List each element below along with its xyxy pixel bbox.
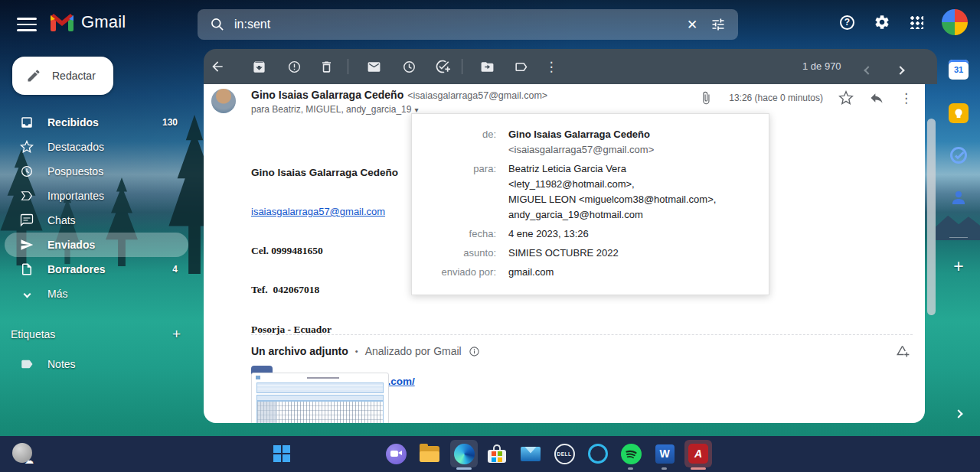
microsoft-store-icon[interactable]: [483, 440, 511, 467]
snooze-icon[interactable]: [401, 59, 416, 74]
sidebar-item-label: Borradores: [47, 263, 105, 275]
search-filter-icon[interactable]: [709, 15, 727, 34]
para-line4: andy_garcia_19@hotmail.com: [508, 209, 643, 220]
mail-app-icon[interactable]: [517, 440, 544, 467]
signature-email-link[interactable]: isaiasgalarraga57@gmail.com: [251, 206, 415, 217]
sidebar-item-importantes[interactable]: Importantes: [5, 184, 188, 208]
teams-chat-icon[interactable]: [382, 440, 410, 467]
attachment-doc-header-table: [256, 382, 384, 393]
attachment-doc-title: [252, 373, 388, 382]
edge-browser-icon[interactable]: [450, 440, 478, 467]
create-label-icon[interactable]: +: [172, 326, 185, 343]
sidebar-label-notes[interactable]: Notes: [5, 352, 188, 376]
archive-icon[interactable]: [251, 59, 266, 74]
sidebar-item-borradores[interactable]: Borradores 4: [5, 257, 188, 282]
sidebar-item-label: Chats: [47, 214, 76, 226]
scrollbar-thumb[interactable]: [927, 119, 936, 315]
search-input[interactable]: [234, 18, 675, 31]
spotify-icon[interactable]: [617, 440, 645, 467]
star-message-icon[interactable]: [838, 90, 854, 106]
acrobat-letter: A: [688, 444, 708, 464]
label-icon[interactable]: [513, 59, 528, 74]
add-all-to-drive-icon[interactable]: [895, 343, 911, 360]
more-options-icon[interactable]: ⋮: [544, 59, 559, 74]
show-details-icon[interactable]: ▾: [414, 106, 418, 114]
attachment-paperclip-icon: [698, 90, 714, 106]
move-to-icon[interactable]: [479, 59, 495, 74]
contacts-icon[interactable]: [949, 187, 969, 207]
spotify-running-indicator: [628, 467, 633, 470]
recipients-summary: para Beatriz, MIGUEL, andy_garcia_19: [251, 104, 411, 115]
back-icon[interactable]: [210, 59, 225, 74]
side-panel-divider: [949, 237, 968, 238]
compose-button[interactable]: Redactar: [12, 57, 113, 95]
info-icon[interactable]: [469, 346, 480, 357]
alexa-app-icon[interactable]: [584, 440, 612, 467]
scanned-label: Analizado por Gmail: [365, 345, 462, 357]
sidebar-item-label: Enviados: [47, 239, 95, 251]
report-spam-icon[interactable]: [286, 59, 302, 74]
main-menu-icon[interactable]: [17, 18, 37, 31]
para-line2: <lety_11982@hotmail.com>,: [508, 178, 635, 190]
attachment-doc-grid: [256, 401, 384, 423]
attachment-thumbnail[interactable]: [251, 373, 389, 423]
keep-icon[interactable]: [949, 103, 969, 123]
sidebar-item-pospuestos[interactable]: Pospuestos: [5, 159, 188, 184]
clear-search-icon[interactable]: ✕: [683, 15, 701, 34]
search-icon[interactable]: [208, 15, 227, 34]
sender-avatar[interactable]: [211, 89, 236, 113]
reply-icon[interactable]: [869, 90, 884, 106]
sidebar-item-label: Pospuestos: [47, 165, 103, 177]
message-more-icon[interactable]: ⋮: [900, 92, 913, 105]
help-icon[interactable]: ?: [840, 15, 854, 30]
widgets-weather-icon[interactable]: [12, 443, 32, 463]
gmail-m-icon: [51, 14, 74, 31]
newer-email-icon[interactable]: [865, 63, 871, 76]
sidebar-item-recibidos[interactable]: Recibidos 130: [5, 110, 188, 135]
details-row-de: de: Gino Isaias Galarraga Cedeño <isaias…: [426, 127, 755, 158]
labels-header-label: Etiquetas: [11, 328, 55, 340]
gmail-logo[interactable]: Gmail: [51, 12, 126, 32]
signature-cel: Cel. 0999481650: [251, 245, 415, 257]
sidebar-item-chats[interactable]: Chats: [5, 208, 188, 233]
word-icon[interactable]: W: [651, 440, 678, 467]
settings-gear-icon[interactable]: [873, 13, 891, 31]
account-avatar[interactable]: [942, 9, 968, 35]
word-running-indicator: [662, 467, 667, 470]
attachments-header: Un archivo adjunto • Analizado por Gmail: [251, 345, 480, 357]
sidebar-item-mas[interactable]: Más: [5, 282, 188, 306]
sidebar-item-label: Más: [47, 288, 67, 300]
hide-side-panel-icon[interactable]: [949, 404, 969, 424]
mark-unread-icon[interactable]: [366, 59, 381, 74]
google-apps-icon[interactable]: [910, 15, 923, 29]
toolbar-divider: [462, 59, 462, 74]
sidebar-item-label: Notes: [47, 358, 76, 370]
sidebar-item-label: Destacados: [47, 141, 104, 153]
dell-app-icon[interactable]: DELL: [550, 440, 578, 467]
message-header-actions: 13:26 (hace 0 minutos) ⋮: [698, 90, 913, 106]
send-icon: [20, 238, 34, 252]
older-email-icon[interactable]: [897, 63, 903, 76]
start-button[interactable]: [268, 440, 296, 467]
wallpaper-mountain: [936, 205, 980, 240]
acrobat-icon[interactable]: A: [684, 440, 712, 467]
get-addons-icon[interactable]: +: [949, 256, 969, 276]
file-explorer-icon[interactable]: [416, 440, 443, 467]
message-toolbar: ⋮ 1 de 970: [204, 49, 937, 84]
tasks-icon[interactable]: [949, 145, 969, 165]
calendar-icon[interactable]: 31: [949, 60, 969, 80]
attachments-divider: [251, 334, 913, 335]
details-popup: de: Gino Isaias Galarraga Cedeño <isaias…: [411, 113, 769, 295]
add-to-tasks-icon[interactable]: [435, 59, 450, 74]
acrobat-active-indicator: [691, 467, 706, 470]
message-timestamp: 13:26 (hace 0 minutos): [729, 93, 823, 103]
search-bar[interactable]: ✕: [198, 9, 738, 40]
delete-icon[interactable]: [318, 59, 334, 74]
clock-icon: [20, 164, 34, 178]
draft-count: 4: [172, 264, 178, 275]
sender-line: Gino Isaias Galarraga Cedeño<isaiasgalar…: [251, 89, 547, 101]
windows-taskbar: Buscar DELL W A ESP: [0, 436, 980, 472]
sidebar-item-enviados[interactable]: Enviados: [5, 233, 188, 257]
labels-header: Etiquetas +: [11, 326, 185, 343]
sidebar-item-destacados[interactable]: Destacados: [5, 135, 188, 159]
